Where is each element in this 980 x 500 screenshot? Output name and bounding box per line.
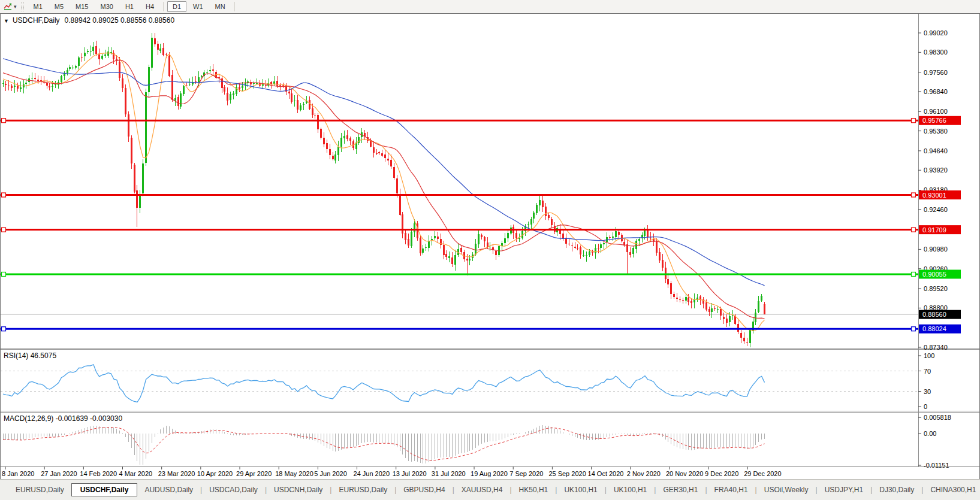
price-axis: 0.990200.983000.975600.968400.961000.953… <box>918 14 951 469</box>
tab-usdcnh-daily[interactable]: USDCNH,Daily <box>267 484 330 496</box>
svg-text:0.94640: 0.94640 <box>924 147 948 154</box>
toolbar-separator <box>234 2 235 11</box>
svg-text:14 Feb 2020: 14 Feb 2020 <box>80 470 117 477</box>
svg-text:7 Sep 2020: 7 Sep 2020 <box>509 470 543 477</box>
candlestick-series <box>2 33 766 347</box>
timeframe-button-m15[interactable]: M15 <box>70 1 94 12</box>
dropdown-caret-icon[interactable]: ▾ <box>14 4 17 10</box>
ma-slow-line <box>3 59 765 286</box>
svg-text:18 May 2020: 18 May 2020 <box>275 470 313 477</box>
timeframe-button-w1[interactable]: W1 <box>188 1 209 12</box>
timeframe-button-m30[interactable]: M30 <box>95 1 119 12</box>
tab-xauusd-h4[interactable]: XAUUSD,H4 <box>454 484 510 496</box>
svg-text:0.96100: 0.96100 <box>924 108 948 115</box>
svg-text:0.00: 0.00 <box>924 430 936 437</box>
symbol-title: USDCHF,Daily <box>13 16 60 25</box>
toolbar-separator <box>163 2 164 11</box>
tab-usoil-weekly[interactable]: USOil,Weekly <box>757 484 816 496</box>
ma-fast-line <box>3 53 765 331</box>
timeframe-button-mn[interactable]: MN <box>210 1 231 12</box>
svg-text:2 Nov 2020: 2 Nov 2020 <box>627 470 661 477</box>
svg-text:0: 0 <box>924 403 927 410</box>
tab-eurusd-daily[interactable]: EURUSD,Daily <box>331 484 394 496</box>
svg-text:29 Dec 2020: 29 Dec 2020 <box>744 470 781 477</box>
svg-text:13 Jul 2020: 13 Jul 2020 <box>393 470 427 477</box>
tab-ger30-h1[interactable]: GER30,H1 <box>656 484 705 496</box>
svg-text:0.97560: 0.97560 <box>924 69 948 76</box>
svg-text:0.88560: 0.88560 <box>922 311 946 318</box>
rsi-indicator-label: RSI(14) 46.5075 <box>4 351 56 360</box>
date-axis[interactable]: 8 Jan 202027 Jan 202014 Feb 20204 Mar 20… <box>1 466 979 477</box>
svg-text:14 Oct 2020: 14 Oct 2020 <box>588 470 624 477</box>
svg-text:0.89520: 0.89520 <box>924 285 948 292</box>
svg-text:70: 70 <box>924 368 931 375</box>
svg-text:0.93001: 0.93001 <box>922 192 946 199</box>
timeframe-button-m5[interactable]: M5 <box>49 1 69 12</box>
svg-text:0.98300: 0.98300 <box>924 49 948 56</box>
tab-china300-h1[interactable]: CHINA300,H1 <box>923 484 980 496</box>
svg-text:4 Mar 2020: 4 Mar 2020 <box>119 470 153 477</box>
tab-uk100-h1[interactable]: UK100,H1 <box>607 484 654 496</box>
svg-text:25 Sep 2020: 25 Sep 2020 <box>548 470 586 477</box>
svg-text:23 Mar 2020: 23 Mar 2020 <box>158 470 195 477</box>
chart-title: ▼USDCHF,Daily0.88942 0.89025 0.88556 0.8… <box>4 16 174 25</box>
svg-text:0.92460: 0.92460 <box>924 206 948 213</box>
tab-fra40-h1[interactable]: FRA40,H1 <box>707 484 755 496</box>
svg-text:0.93920: 0.93920 <box>924 166 948 174</box>
tab-eurusd-daily[interactable]: EURUSD,Daily <box>8 484 71 496</box>
tab-usdjpy-h1[interactable]: USDJPY,H1 <box>818 484 870 496</box>
pane-separators[interactable] <box>1 349 979 413</box>
tab-hk50-h1[interactable]: HK50,H1 <box>512 484 556 496</box>
rsi-line <box>3 365 765 402</box>
level-lines[interactable] <box>1 119 918 331</box>
tab-audusd-daily[interactable]: AUDUSD,Daily <box>137 484 200 496</box>
tab-usdcad-daily[interactable]: USDCAD,Daily <box>202 484 265 496</box>
tab-gbpusd-h4[interactable]: GBPUSD,H4 <box>396 484 452 496</box>
svg-text:24 Jun 2020: 24 Jun 2020 <box>354 470 390 477</box>
indicator-arrows-icon[interactable] <box>2 2 13 11</box>
svg-text:19 Aug 2020: 19 Aug 2020 <box>471 470 508 477</box>
tab-uk100-h1[interactable]: UK100,H1 <box>557 484 604 496</box>
svg-text:20 Nov 2020: 20 Nov 2020 <box>666 470 703 477</box>
svg-text:27 Jan 2020: 27 Jan 2020 <box>41 470 77 477</box>
svg-text:0.005818: 0.005818 <box>924 414 951 421</box>
svg-text:0.95766: 0.95766 <box>922 117 946 124</box>
svg-text:0.90055: 0.90055 <box>922 271 946 278</box>
svg-text:5 Jun 2020: 5 Jun 2020 <box>314 470 346 477</box>
svg-text:0.87340: 0.87340 <box>924 344 948 351</box>
svg-text:-0.01151: -0.01151 <box>924 462 949 469</box>
timeframe-button-h4[interactable]: H4 <box>140 1 159 12</box>
toolbar-grip[interactable] <box>21 2 24 11</box>
svg-text:0.95380: 0.95380 <box>924 128 948 135</box>
svg-text:9 Dec 2020: 9 Dec 2020 <box>705 470 738 477</box>
svg-text:10 Apr 2020: 10 Apr 2020 <box>197 470 233 477</box>
svg-text:31 Jul 2020: 31 Jul 2020 <box>432 470 466 477</box>
macd-histogram <box>3 425 765 465</box>
svg-text:29 Apr 2020: 29 Apr 2020 <box>236 470 272 477</box>
svg-text:0.88024: 0.88024 <box>922 325 946 332</box>
macd-indicator-label: MACD(12,26,9) -0.001639 -0.003030 <box>4 414 122 423</box>
chart-window: 0.990200.983000.975600.968400.961000.953… <box>0 13 980 480</box>
chart-tabs: EURUSD,DailyUSDCHF,DailyAUDUSD,Daily|USD… <box>8 483 980 496</box>
ohlc-values: 0.88942 0.89025 0.88556 0.88560 <box>65 16 175 25</box>
svg-text:0.96840: 0.96840 <box>924 88 948 95</box>
chart-tab-bar: EURUSD,DailyUSDCHF,DailyAUDUSD,Daily|USD… <box>0 479 980 500</box>
svg-text:0.90980: 0.90980 <box>924 246 948 253</box>
svg-text:8 Jan 2020: 8 Jan 2020 <box>2 470 34 477</box>
svg-text:0.99020: 0.99020 <box>924 29 948 37</box>
ma-mid-line <box>3 60 765 319</box>
timeframe-button-d1[interactable]: D1 <box>167 1 186 12</box>
svg-text:0.91709: 0.91709 <box>922 226 946 234</box>
timeframe-buttons: M1M5M15M30H1H4D1W1MN <box>28 1 238 12</box>
chart-canvas[interactable]: 0.990200.983000.975600.968400.961000.953… <box>1 14 979 480</box>
tab-usdchf-daily[interactable]: USDCHF,Daily <box>71 483 138 496</box>
svg-text:30: 30 <box>924 388 931 395</box>
tab-dj30-daily[interactable]: DJ30,Daily <box>872 484 921 496</box>
macd-signal-line <box>3 428 765 460</box>
timeframe-button-m1[interactable]: M1 <box>28 1 48 12</box>
svg-text:100: 100 <box>924 352 934 359</box>
timeframe-toolbar: ▾ M1M5M15M30H1H4D1W1MN <box>0 0 980 14</box>
collapse-chart-icon[interactable]: ▼ <box>4 18 9 24</box>
timeframe-button-h1[interactable]: H1 <box>120 1 139 12</box>
